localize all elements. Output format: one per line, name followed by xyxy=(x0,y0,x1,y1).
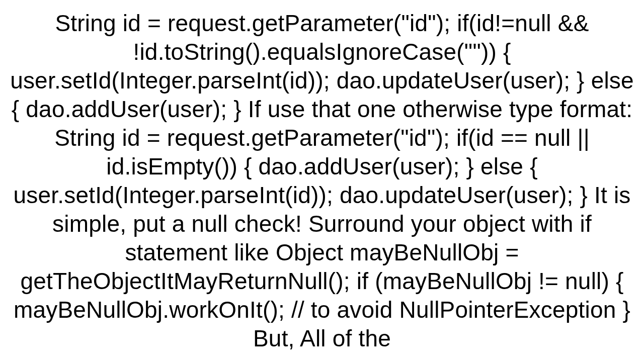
document-text: String id = request.getParameter("id"); … xyxy=(0,9,644,353)
